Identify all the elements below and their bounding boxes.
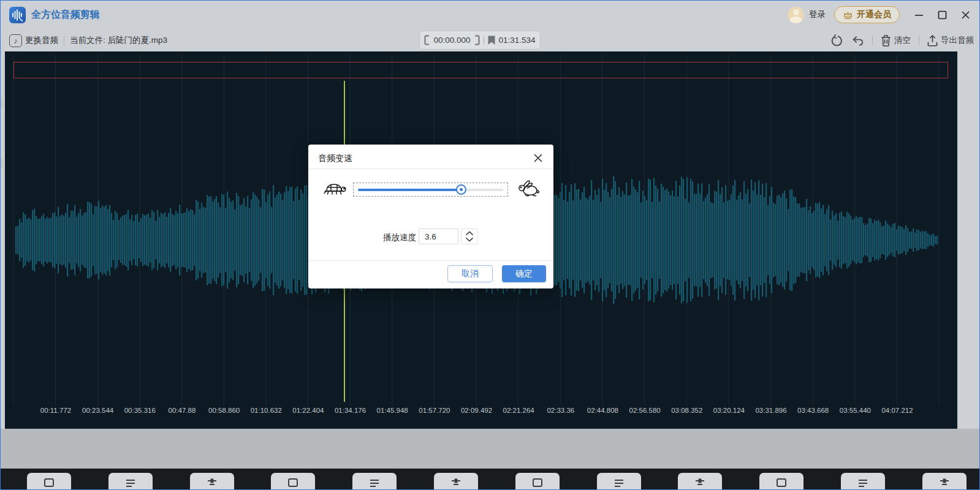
clear-button[interactable]: 清空 — [881, 35, 911, 47]
selection-start-time: 00:00.000 — [433, 36, 470, 45]
speed-stepper[interactable] — [461, 228, 478, 244]
toolbar: ♪ 更换音频 当前文件: 后陡门的夏.mp3 00:00.000 01:31.5… — [0, 29, 980, 51]
trash-icon — [881, 35, 891, 47]
divider — [484, 36, 484, 45]
divider — [872, 36, 873, 45]
vip-membership-button[interactable]: 开通会员 — [834, 6, 900, 23]
edit-tool-button[interactable] — [597, 473, 641, 490]
timeline-tick-label: 00:11.772 — [40, 407, 71, 414]
divider — [308, 168, 553, 169]
edit-tool-button[interactable] — [27, 473, 71, 490]
redo-button[interactable] — [830, 34, 843, 47]
speed-slider[interactable] — [353, 183, 508, 197]
timeline-tick-label: 01:22.404 — [292, 407, 324, 414]
export-icon — [927, 35, 938, 47]
music-note-icon: ♪ — [9, 34, 22, 47]
bottom-tool-strip — [0, 469, 980, 490]
login-button[interactable]: 登录 — [809, 9, 826, 20]
current-file-label: 当前文件: 后陡门的夏.mp3 — [70, 35, 167, 46]
edit-tool-button[interactable] — [759, 473, 803, 490]
marker-time: 01:31.534 — [499, 36, 536, 45]
change-audio-button[interactable]: ♪ 更换音频 — [9, 34, 58, 47]
panel-handle[interactable] — [0, 98, 3, 108]
edit-tool-button[interactable] — [678, 473, 722, 490]
timeline-tick-label: 01:45.948 — [377, 407, 408, 414]
edit-tool-button[interactable] — [515, 473, 560, 490]
undo-button[interactable] — [851, 34, 864, 47]
timeline-tick-label: 02:44.808 — [587, 407, 618, 414]
timeline-tick-label: 02:33.36 — [547, 407, 574, 414]
playback-bar: 01:31.534 / 04:19 开始时间 00 : 00 : 00.000 … — [0, 429, 980, 469]
edit-tool-button[interactable] — [434, 473, 478, 490]
dialog-title: 音频变速 — [318, 153, 352, 164]
timeline-tick-label: 01:34.176 — [335, 407, 366, 414]
selection-region[interactable] — [13, 62, 948, 78]
app-title: 全方位音频剪辑 — [31, 9, 100, 21]
maximize-button[interactable] — [938, 10, 947, 20]
edit-tool-button[interactable] — [271, 473, 315, 490]
timeline-tick-label: 02:21.264 — [503, 407, 534, 414]
edit-tool-button[interactable] — [108, 473, 153, 490]
edit-tool-button[interactable] — [352, 473, 397, 490]
edit-tool-button[interactable] — [190, 473, 234, 490]
divider — [919, 36, 919, 45]
bracket-right-icon — [474, 35, 480, 45]
timeline-tick-label: 02:09.492 — [461, 407, 492, 414]
turtle-slow-icon — [322, 179, 347, 202]
speed-change-dialog: 音频变速 播放速度 3.6 — [308, 145, 553, 288]
timeline-tick-label: 04:07.212 — [881, 407, 913, 414]
timeline-tick-label: 03:08.352 — [671, 407, 702, 414]
timeline-tick-label: 00:23.544 — [82, 407, 113, 414]
timeline-tick-label: 03:55.440 — [840, 407, 871, 414]
timeline-tick-label: 02:56.580 — [629, 407, 661, 414]
divider — [64, 36, 64, 45]
dialog-close-button[interactable] — [533, 153, 544, 164]
timeline-tick-label: 00:35.316 — [124, 407, 156, 414]
export-audio-button[interactable]: 导出音频 — [927, 35, 974, 47]
edit-tool-button[interactable] — [922, 473, 967, 490]
speed-slider-thumb[interactable] — [456, 184, 466, 195]
selection-time-readout: 00:00.000 01:31.534 — [419, 31, 541, 50]
speed-label: 播放速度 — [383, 232, 416, 243]
timeline-tick-label: 01:57.720 — [419, 407, 450, 414]
divider — [308, 260, 553, 261]
close-button[interactable] — [961, 10, 970, 20]
bookmark-icon — [488, 36, 495, 45]
confirm-button[interactable]: 确定 — [502, 265, 546, 282]
speed-slider-fill — [358, 189, 461, 191]
edit-tool-button[interactable] — [841, 473, 885, 490]
speed-slider-track[interactable] — [358, 189, 503, 191]
timeline-tick-label: 03:43.668 — [797, 407, 829, 414]
timeline-tick-label: 00:47.88 — [169, 407, 196, 414]
panel-handle[interactable] — [0, 158, 3, 168]
bracket-left-icon — [424, 35, 430, 45]
crown-icon — [843, 10, 853, 20]
app-logo-icon — [9, 7, 26, 23]
vip-label: 开通会员 — [857, 9, 891, 20]
timeline-tick-label: 00:58.860 — [208, 407, 240, 414]
rabbit-fast-icon — [517, 178, 541, 200]
speed-value-input[interactable]: 3.6 — [419, 228, 458, 244]
timeline-tick-label: 01:10.632 — [251, 407, 282, 414]
cancel-button[interactable]: 取消 — [447, 265, 493, 282]
title-bar: 全方位音频剪辑 登录 开通会员 — [0, 0, 980, 29]
timeline-tick-label: 03:20.124 — [713, 407, 745, 414]
timeline-tick-label: 03:31.896 — [755, 407, 786, 414]
minimize-button[interactable] — [914, 10, 924, 20]
user-avatar[interactable] — [788, 7, 804, 23]
